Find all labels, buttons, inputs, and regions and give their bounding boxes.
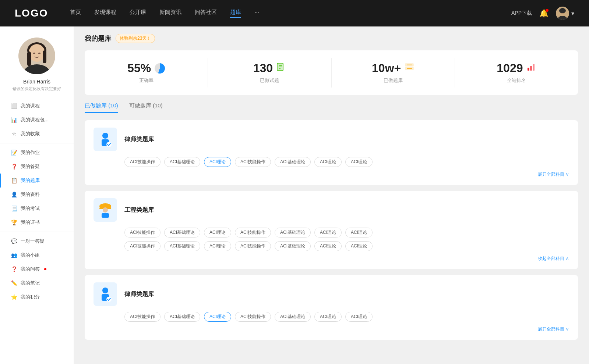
accuracy-value: 55% — [127, 61, 151, 75]
tag-2-1[interactable]: ACI技能操作 — [124, 228, 161, 238]
page-title: 我的题库 — [85, 34, 111, 43]
one-on-one-icon: 💬 — [11, 238, 17, 244]
tag-2-12[interactable]: ACI基础理论 — [275, 241, 311, 251]
sidebar-item-one-on-one[interactable]: 💬 一对一答疑 — [0, 234, 74, 248]
homework-icon: 📝 — [11, 150, 17, 156]
tag-2-10[interactable]: ACI理论 — [204, 241, 231, 251]
profile-icon: 👤 — [11, 192, 17, 197]
tag-2-5[interactable]: ACI基础理论 — [275, 228, 311, 238]
sidebar-item-course-package[interactable]: 📊 我的课程包... — [0, 113, 74, 127]
sidebar-item-homework[interactable]: 📝 我的作业 — [0, 146, 74, 160]
tag-1-2[interactable]: ACI基础理论 — [164, 157, 200, 167]
notes-icon: ✏️ — [11, 280, 17, 286]
svg-point-6 — [29, 44, 45, 62]
nav-home[interactable]: 首页 — [70, 9, 81, 18]
tag-2-8[interactable]: ACI技能操作 — [124, 241, 161, 251]
profile-avatar — [18, 38, 55, 74]
profile-name: Brian Harris — [23, 79, 50, 85]
certificate-icon: 🏆 — [11, 220, 17, 225]
tag-1-1[interactable]: ACI技能操作 — [124, 157, 161, 167]
nav-discover[interactable]: 发现课程 — [94, 9, 116, 18]
qbank-list: 律师类题库 ACI技能操作 ACI基础理论 ACI理论 ACI技能操作 ACI基… — [85, 120, 578, 346]
tag-1-3[interactable]: ACI理论 — [204, 157, 231, 167]
stat-ranking: 1029 全站排名 — [455, 58, 578, 88]
tag-2-9[interactable]: ACI基础理论 — [164, 241, 200, 251]
svg-point-3 — [559, 8, 566, 13]
tab-available[interactable]: 可做题库 (10) — [129, 102, 163, 113]
sidebar-item-favorites[interactable]: ☆ 我的收藏 — [0, 127, 74, 141]
sidebar-item-notes[interactable]: ✏️ 我的笔记 — [0, 276, 74, 290]
tags-row-1: ACI技能操作 ACI基础理论 ACI理论 ACI技能操作 ACI基础理论 AC… — [94, 157, 569, 167]
sidebar-item-my-qa[interactable]: ❓ 我的问答 — [0, 262, 74, 276]
collapse-footer-2[interactable]: 收起全部科目 ∧ — [94, 256, 569, 262]
tag-3-5[interactable]: ACI基础理论 — [275, 312, 311, 322]
sidebar-item-exam[interactable]: 📃 我的考试 — [0, 201, 74, 215]
main-layout: Brian Harris 错误的决定比没有决定要好 ⬜ 我的课程 📊 我的课程包… — [0, 26, 589, 364]
qbank-card-2: 工程类题库 ACI技能操作 ACI基础理论 ACI理论 ACI技能操作 ACI基… — [85, 191, 578, 269]
svg-rect-9 — [43, 50, 46, 63]
tag-1-7[interactable]: ACI理论 — [345, 157, 373, 167]
tag-2-11[interactable]: ACI技能操作 — [235, 241, 271, 251]
exam-icon: 📃 — [11, 206, 17, 211]
sidebar-item-points[interactable]: ⭐ 我的积分 — [0, 290, 74, 304]
done-banks-label: 已做题库 — [339, 77, 447, 84]
app-download-button[interactable]: APP下载 — [511, 10, 532, 17]
my-course-icon: ⬜ — [11, 103, 17, 109]
tag-1-4[interactable]: ACI技能操作 — [235, 157, 271, 167]
engineer-icon-1 — [94, 198, 117, 222]
ranking-label: 全站排名 — [462, 77, 571, 84]
notification-bell[interactable]: 🔔 — [539, 9, 549, 18]
sidebar-item-questionbank[interactable]: 📋 我的题库 — [0, 174, 74, 188]
tag-2-7[interactable]: ACI理论 — [345, 228, 373, 238]
stat-accuracy: 55% 正确率 — [85, 58, 208, 88]
stat-done-questions: 130 已做试题 — [208, 58, 331, 88]
svg-rect-8 — [27, 51, 31, 66]
sidebar-item-profile[interactable]: 👤 我的资料 — [0, 188, 74, 201]
tag-2-6[interactable]: ACI理论 — [314, 228, 342, 238]
favorites-icon: ☆ — [11, 131, 17, 137]
tag-3-7[interactable]: ACI理论 — [345, 312, 373, 322]
qbank-tabs: 已做题库 (10) 可做题库 (10) — [85, 102, 578, 113]
logo[interactable]: LOGO — [15, 7, 48, 19]
tag-3-4[interactable]: ACI技能操作 — [235, 312, 271, 322]
nav-qa[interactable]: 问答社区 — [195, 9, 217, 18]
tag-1-5[interactable]: ACI基础理论 — [275, 157, 311, 167]
qbank-name-2: 工程类题库 — [124, 206, 154, 214]
nav-news[interactable]: 新闻资讯 — [159, 9, 181, 18]
tag-2-3[interactable]: ACI理论 — [204, 228, 231, 238]
user-avatar-menu[interactable]: ▾ — [556, 7, 574, 20]
expand-footer-3[interactable]: 展开全部科目 ∨ — [94, 326, 569, 332]
qbank-name-3: 律师类题库 — [124, 290, 154, 298]
page-header: 我的题库 体验剩余23天！ — [85, 34, 578, 43]
tag-1-6[interactable]: ACI理论 — [314, 157, 342, 167]
qbank-header-3: 律师类题库 — [94, 282, 569, 306]
tag-2-4[interactable]: ACI技能操作 — [235, 228, 271, 238]
tag-2-13[interactable]: ACI理论 — [314, 241, 342, 251]
sidebar-item-questions[interactable]: ❓ 我的答疑 — [0, 160, 74, 174]
divider-2 — [0, 232, 74, 232]
tab-done[interactable]: 已做题库 (10) — [85, 102, 118, 113]
navbar-right: APP下载 🔔 ▾ — [511, 7, 574, 20]
tag-3-3[interactable]: ACI理论 — [204, 312, 231, 322]
bar-chart-icon — [526, 63, 536, 74]
tag-3-1[interactable]: ACI技能操作 — [124, 312, 161, 322]
tag-2-14[interactable]: ACI理论 — [345, 241, 373, 251]
nav-more[interactable]: ··· — [254, 9, 259, 18]
tag-3-6[interactable]: ACI理论 — [314, 312, 342, 322]
qbank-card-1: 律师类题库 ACI技能操作 ACI基础理论 ACI理论 ACI技能操作 ACI基… — [85, 120, 578, 185]
tag-2-2[interactable]: ACI基础理论 — [164, 228, 200, 238]
nav-questionbank[interactable]: 题库 — [230, 9, 241, 18]
doc-icon — [276, 63, 286, 74]
qbank-name-1: 律师类题库 — [124, 136, 154, 143]
svg-rect-31 — [102, 213, 109, 218]
tag-3-2[interactable]: ACI基础理论 — [164, 312, 200, 322]
notification-badge — [546, 9, 549, 12]
pie-chart-icon — [155, 63, 165, 74]
sidebar-item-my-course[interactable]: ⬜ 我的课程 — [0, 99, 74, 113]
sidebar-item-certificate[interactable]: 🏆 我的证书 — [0, 215, 74, 229]
nav-open-course[interactable]: 公开课 — [130, 9, 146, 18]
points-icon: ⭐ — [11, 294, 17, 300]
sidebar-item-group[interactable]: 👥 我的小组 — [0, 248, 74, 262]
expand-footer-1[interactable]: 展开全部科目 ∨ — [94, 171, 569, 178]
nav-menu: 首页 发现课程 公开课 新闻资讯 问答社区 题库 ··· — [70, 9, 511, 18]
